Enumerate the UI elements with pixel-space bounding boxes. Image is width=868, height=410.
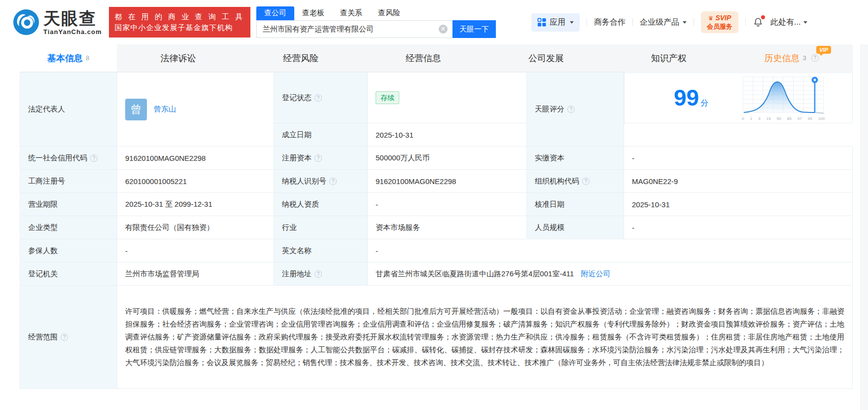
cell-paid-capital: - xyxy=(624,147,853,170)
tab-operating-risk[interactable]: 经营风险 xyxy=(240,44,362,72)
cell-industry: 资本市场服务 xyxy=(368,216,527,239)
label-paid-capital: 实缴资本 xyxy=(527,147,624,170)
legal-rep-avatar[interactable]: 曾 xyxy=(125,99,147,120)
header-nav: 应用 商务合作 企业级产品 ♛ SVIP 会员服务 此处有... xyxy=(531,11,807,33)
search-tab-company[interactable]: 查公司 xyxy=(256,6,294,20)
banner-line1: 都 在 用 的 商 业 查 询 工 具 xyxy=(115,11,245,23)
svip-title: SVIP xyxy=(715,14,731,22)
user-menu[interactable]: 此处有... xyxy=(770,17,807,28)
tab-history-count: 3 xyxy=(802,54,806,62)
divider xyxy=(587,18,587,26)
apps-label: 应用 xyxy=(550,17,565,28)
notifications-button[interactable] xyxy=(753,17,764,28)
help-icon[interactable]: ? xyxy=(811,54,819,62)
tab-operating-info[interactable]: 经营信息 xyxy=(362,44,485,72)
svip-subtitle: 会员服务 xyxy=(707,23,732,31)
logo-domain: TianYanCha.com xyxy=(43,29,102,35)
label-establish-date: 成立日期 xyxy=(274,123,368,147)
label-staff-size: 人员规模 xyxy=(527,216,624,239)
label-business-term: 营业期限 xyxy=(20,193,117,216)
banner-line2: 国家中小企业发展子基金旗下机构 xyxy=(115,22,245,34)
search-input[interactable] xyxy=(256,20,452,38)
vip-badge: VIP xyxy=(816,46,831,54)
legal-rep-name-link[interactable]: 曾东山 xyxy=(154,105,176,114)
label-reg-capital: 注册资本? xyxy=(274,147,368,170)
divider xyxy=(632,18,633,26)
basic-info-table: 法定代表人 曾 曾东山 登记状态? 存续 天眼评分? 99分 xyxy=(20,72,853,389)
chevron-down-icon xyxy=(803,21,807,24)
svip-member-button[interactable]: ♛ SVIP 会员服务 xyxy=(701,11,738,33)
search-area: 查公司 查老板 查关系 查风险 ✕ 天眼一下 xyxy=(256,6,496,38)
label-reg-authority: 登记机关 xyxy=(20,262,117,286)
cell-tianyan-score[interactable]: 99分 xyxy=(624,73,853,123)
label-industry: 行业 xyxy=(274,216,368,239)
cell-taxpayer-quality: - xyxy=(368,193,527,216)
score-curve xyxy=(742,75,825,114)
reg-address-text: 甘肃省兰州市城关区临夏路街道中山路276号第4层001室-411 xyxy=(376,269,574,278)
score-axis-ticks: 01 315 5085 9799 100 xyxy=(742,116,825,121)
notification-dot xyxy=(761,15,765,19)
help-icon[interactable]: ? xyxy=(567,106,575,113)
tab-basic-count: 8 xyxy=(86,54,89,62)
cell-company-type: 有限责任公司（国有独资） xyxy=(117,216,274,239)
site-header: 天眼查 TianYanCha.com 都 在 用 的 商 业 查 询 工 具 国… xyxy=(0,0,868,44)
tab-risk-label: 经营风险 xyxy=(283,52,318,64)
search-tab-relation[interactable]: 查关系 xyxy=(332,6,370,20)
enterprise-products-label: 企业级产品 xyxy=(640,17,679,28)
help-icon[interactable]: ? xyxy=(61,334,68,341)
user-menu-label: 此处有... xyxy=(770,17,800,28)
status-badge: 存续 xyxy=(376,91,399,104)
label-taxpayer-quality: 纳税人资质 xyxy=(274,193,368,216)
section-tabbar: 基本信息 8 法律诉讼 经营风险 经营信息 公司发展 知识产权 VIP 历史信息… xyxy=(20,44,853,72)
cell-taxpayer-id: 91620100MAG0NE2298 xyxy=(368,170,527,193)
clear-search-icon[interactable]: ✕ xyxy=(439,25,448,34)
help-icon[interactable]: ? xyxy=(314,154,322,162)
cell-credit-code: 91620100MAG0NE2298 xyxy=(117,147,274,170)
tab-intellectual-property[interactable]: 知识产权 xyxy=(607,44,730,72)
label-reg-status: 登记状态? xyxy=(274,73,368,123)
tab-company-development[interactable]: 公司发展 xyxy=(485,44,607,72)
help-icon[interactable]: ? xyxy=(582,178,590,185)
cell-english-name: - xyxy=(368,239,853,262)
tab-history-label: 历史信息 xyxy=(764,52,799,64)
cell-reg-number: 620100001005221 xyxy=(117,170,274,193)
cell-staff-size: - xyxy=(624,216,853,239)
search-tab-boss[interactable]: 查老板 xyxy=(294,6,332,20)
label-insured-count: 参保人数 xyxy=(20,239,117,262)
label-reg-number: 工商注册号 xyxy=(20,170,117,193)
label-legal-rep: 法定代表人 xyxy=(20,73,117,147)
page-scroll-gutter[interactable] xyxy=(861,44,868,410)
tianyancha-logo-icon xyxy=(13,9,39,36)
tab-basic-info[interactable]: 基本信息 8 xyxy=(20,44,117,72)
tab-legal-label: 法律诉讼 xyxy=(160,52,196,64)
label-org-code: 组织机构代码? xyxy=(527,170,624,193)
logo-title: 天眼查 xyxy=(43,10,102,27)
search-button[interactable]: 天眼一下 xyxy=(452,20,496,38)
tab-operation-label: 经营信息 xyxy=(406,52,441,64)
help-icon[interactable]: ? xyxy=(329,178,337,185)
tab-legal-litigation[interactable]: 法律诉讼 xyxy=(117,44,240,72)
cell-reg-address: 甘肃省兰州市城关区临夏路街道中山路276号第4层001室-411 附近公司 xyxy=(368,262,853,286)
search-tabs: 查公司 查老板 查关系 查风险 xyxy=(256,6,496,20)
apps-menu[interactable]: 应用 xyxy=(531,13,580,32)
tab-basic-label: 基本信息 xyxy=(47,52,83,64)
cell-reg-authority: 兰州市市场监督管理局 xyxy=(117,262,274,286)
promo-banner: 都 在 用 的 商 业 查 询 工 具 国家中小企业发展子基金旗下机构 xyxy=(109,7,251,37)
tianyancha-logo[interactable]: 天眼查 TianYanCha.com xyxy=(13,9,102,36)
tab-ip-label: 知识产权 xyxy=(651,52,687,64)
tab-history-info[interactable]: VIP 历史信息 3 ? xyxy=(730,44,853,72)
help-icon[interactable]: ? xyxy=(90,154,98,162)
help-icon[interactable]: ? xyxy=(314,94,322,102)
business-coop-link[interactable]: 商务合作 xyxy=(594,17,625,28)
help-icon[interactable]: ? xyxy=(314,270,322,278)
cell-insured-count: - xyxy=(117,239,274,262)
cell-business-term: 2025-10-31 至 2099-12-31 xyxy=(117,193,274,216)
crown-icon: ♛ xyxy=(708,15,714,22)
nearby-companies-link[interactable]: 附近公司 xyxy=(581,269,610,278)
chevron-down-icon xyxy=(683,21,687,24)
apps-grid-icon xyxy=(537,18,546,27)
search-tab-riskcheck[interactable]: 查风险 xyxy=(370,6,408,20)
enterprise-products-link[interactable]: 企业级产品 xyxy=(640,17,687,28)
label-credit-code: 统一社会信用代码? xyxy=(20,147,117,170)
label-company-type: 企业类型 xyxy=(20,216,117,239)
